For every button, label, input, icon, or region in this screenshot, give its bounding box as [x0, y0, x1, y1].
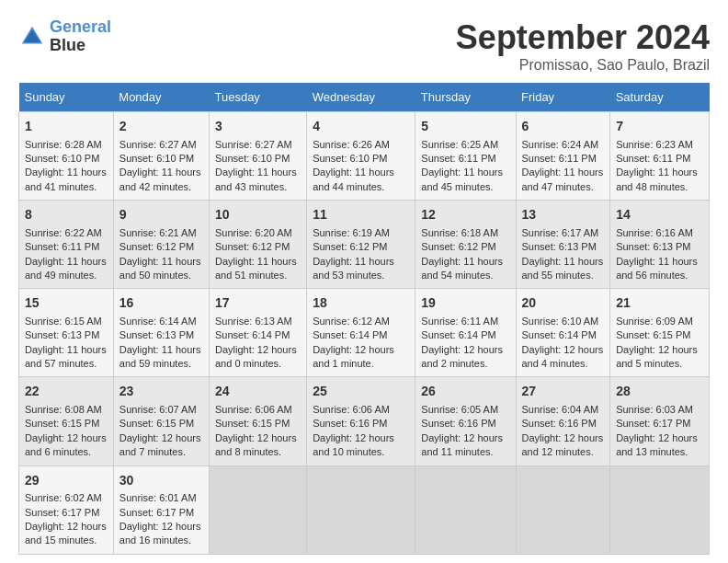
- day-number: 26: [421, 383, 509, 401]
- sunset: Sunset: 6:13 PM: [522, 241, 597, 252]
- sunset: Sunset: 6:11 PM: [616, 153, 690, 164]
- sunset: Sunset: 6:13 PM: [119, 329, 194, 340]
- calendar-cell: 2 Sunrise: 6:27 AM Sunset: 6:10 PM Dayli…: [113, 112, 209, 201]
- calendar-cell: 30 Sunrise: 6:01 AM Sunset: 6:17 PM Dayl…: [113, 465, 209, 554]
- daylight-label: Daylight: 11 hours and 42 minutes.: [119, 167, 201, 191]
- header-tuesday: Tuesday: [209, 83, 306, 112]
- sunrise: Sunrise: 6:17 AM: [522, 227, 599, 238]
- calendar-cell: [307, 465, 415, 554]
- sunrise: Sunrise: 6:22 AM: [25, 227, 102, 238]
- logo: General Blue: [18, 18, 111, 55]
- daylight-label: Daylight: 11 hours and 41 minutes.: [25, 167, 107, 191]
- daylight-label: Daylight: 11 hours and 44 minutes.: [313, 167, 394, 191]
- calendar-cell: 10 Sunrise: 6:20 AM Sunset: 6:12 PM Dayl…: [209, 201, 306, 289]
- header-thursday: Thursday: [415, 83, 516, 112]
- day-number: 14: [616, 206, 703, 224]
- day-number: 20: [522, 294, 605, 313]
- calendar-cell: 13 Sunrise: 6:17 AM Sunset: 6:13 PM Dayl…: [516, 201, 610, 289]
- sunset: Sunset: 6:12 PM: [215, 241, 290, 252]
- sunrise: Sunrise: 6:03 AM: [616, 404, 693, 415]
- day-number: 11: [313, 206, 409, 224]
- sunset: Sunset: 6:10 PM: [215, 153, 290, 164]
- calendar-cell: 1 Sunrise: 6:28 AM Sunset: 6:10 PM Dayli…: [19, 112, 114, 201]
- daylight-label: Daylight: 12 hours and 15 minutes.: [25, 521, 107, 546]
- sunrise: Sunrise: 6:21 AM: [119, 227, 197, 238]
- day-number: 7: [616, 118, 703, 136]
- daylight-label: Daylight: 11 hours and 53 minutes.: [313, 256, 394, 281]
- sunset: Sunset: 6:11 PM: [25, 241, 99, 252]
- calendar-cell: 29 Sunrise: 6:02 AM Sunset: 6:17 PM Dayl…: [19, 465, 114, 554]
- sunrise: Sunrise: 6:08 AM: [25, 404, 102, 415]
- daylight-label: Daylight: 12 hours and 16 minutes.: [119, 521, 201, 546]
- sunrise: Sunrise: 6:02 AM: [25, 492, 102, 503]
- sunset: Sunset: 6:12 PM: [421, 241, 495, 252]
- calendar-cell: 11 Sunrise: 6:19 AM Sunset: 6:12 PM Dayl…: [307, 201, 415, 289]
- calendar-cell: 19 Sunrise: 6:11 AM Sunset: 6:14 PM Dayl…: [415, 289, 516, 377]
- daylight-label: Daylight: 11 hours and 59 minutes.: [119, 344, 201, 369]
- sunrise: Sunrise: 6:27 AM: [119, 139, 197, 150]
- daylight-label: Daylight: 11 hours and 54 minutes.: [421, 256, 503, 281]
- day-number: 4: [313, 118, 409, 136]
- sunrise: Sunrise: 6:10 AM: [522, 316, 599, 327]
- calendar-cell: 21 Sunrise: 6:09 AM Sunset: 6:15 PM Dayl…: [610, 289, 710, 377]
- daylight-label: Daylight: 12 hours and 10 minutes.: [313, 432, 394, 457]
- sunrise: Sunrise: 6:14 AM: [119, 316, 197, 327]
- calendar-cell: 12 Sunrise: 6:18 AM Sunset: 6:12 PM Dayl…: [415, 201, 516, 289]
- day-number: 27: [522, 383, 605, 401]
- calendar-week-row: 1 Sunrise: 6:28 AM Sunset: 6:10 PM Dayli…: [19, 112, 710, 201]
- sunset: Sunset: 6:16 PM: [421, 418, 495, 429]
- calendar-cell: 5 Sunrise: 6:25 AM Sunset: 6:11 PM Dayli…: [415, 112, 516, 201]
- sunset: Sunset: 6:15 PM: [215, 418, 290, 429]
- daylight-label: Daylight: 11 hours and 45 minutes.: [421, 167, 503, 191]
- daylight-label: Daylight: 12 hours and 2 minutes.: [421, 344, 503, 369]
- sunset: Sunset: 6:10 PM: [313, 153, 387, 164]
- sunrise: Sunrise: 6:06 AM: [313, 404, 390, 415]
- day-number: 8: [25, 206, 108, 224]
- day-number: 13: [522, 206, 605, 224]
- sunset: Sunset: 6:11 PM: [421, 153, 495, 164]
- calendar-cell: [209, 465, 306, 554]
- sunrise: Sunrise: 6:04 AM: [522, 404, 599, 415]
- sunset: Sunset: 6:15 PM: [119, 418, 194, 429]
- daylight-label: Daylight: 11 hours and 56 minutes.: [616, 256, 698, 281]
- calendar-cell: 6 Sunrise: 6:24 AM Sunset: 6:11 PM Dayli…: [516, 112, 610, 201]
- day-number: 15: [25, 294, 108, 313]
- daylight-label: Daylight: 12 hours and 13 minutes.: [616, 432, 698, 457]
- sunset: Sunset: 6:17 PM: [616, 418, 690, 429]
- calendar-cell: 26 Sunrise: 6:05 AM Sunset: 6:16 PM Dayl…: [415, 377, 516, 465]
- sunrise: Sunrise: 6:01 AM: [119, 492, 197, 503]
- daylight-label: Daylight: 12 hours and 11 minutes.: [421, 432, 503, 457]
- calendar-week-row: 22 Sunrise: 6:08 AM Sunset: 6:15 PM Dayl…: [19, 377, 710, 465]
- calendar-cell: 3 Sunrise: 6:27 AM Sunset: 6:10 PM Dayli…: [209, 112, 306, 201]
- calendar-cell: 18 Sunrise: 6:12 AM Sunset: 6:14 PM Dayl…: [307, 289, 415, 377]
- sunrise: Sunrise: 6:06 AM: [215, 404, 292, 415]
- logo-text: General Blue: [50, 18, 111, 55]
- sunset: Sunset: 6:16 PM: [522, 418, 597, 429]
- day-number: 17: [215, 294, 301, 313]
- day-number: 16: [119, 294, 203, 313]
- calendar-cell: 16 Sunrise: 6:14 AM Sunset: 6:13 PM Dayl…: [113, 289, 209, 377]
- daylight-label: Daylight: 12 hours and 4 minutes.: [522, 344, 604, 369]
- sunset: Sunset: 6:12 PM: [313, 241, 387, 252]
- daylight-label: Daylight: 12 hours and 6 minutes.: [25, 432, 107, 457]
- sunset: Sunset: 6:14 PM: [313, 329, 387, 340]
- sunset: Sunset: 6:14 PM: [522, 329, 597, 340]
- sunrise: Sunrise: 6:12 AM: [313, 316, 390, 327]
- calendar-table: Sunday Monday Tuesday Wednesday Thursday…: [18, 83, 710, 555]
- sunrise: Sunrise: 6:25 AM: [421, 139, 498, 150]
- sunset: Sunset: 6:12 PM: [119, 241, 194, 252]
- sunrise: Sunrise: 6:26 AM: [313, 139, 390, 150]
- calendar-cell: 15 Sunrise: 6:15 AM Sunset: 6:13 PM Dayl…: [19, 289, 114, 377]
- page-header: General Blue September 2024 Promissao, S…: [18, 18, 710, 74]
- calendar-cell: 23 Sunrise: 6:07 AM Sunset: 6:15 PM Dayl…: [113, 377, 209, 465]
- daylight-label: Daylight: 11 hours and 43 minutes.: [215, 167, 297, 191]
- daylight-label: Daylight: 11 hours and 50 minutes.: [119, 256, 201, 281]
- daylight-label: Daylight: 11 hours and 48 minutes.: [616, 167, 698, 191]
- sunrise: Sunrise: 6:11 AM: [421, 316, 498, 327]
- day-number: 24: [215, 383, 301, 401]
- sunset: Sunset: 6:11 PM: [522, 153, 597, 164]
- calendar-week-row: 15 Sunrise: 6:15 AM Sunset: 6:13 PM Dayl…: [19, 289, 710, 377]
- sunrise: Sunrise: 6:16 AM: [616, 227, 693, 238]
- daylight-label: Daylight: 12 hours and 7 minutes.: [119, 432, 201, 457]
- sunrise: Sunrise: 6:09 AM: [616, 316, 693, 327]
